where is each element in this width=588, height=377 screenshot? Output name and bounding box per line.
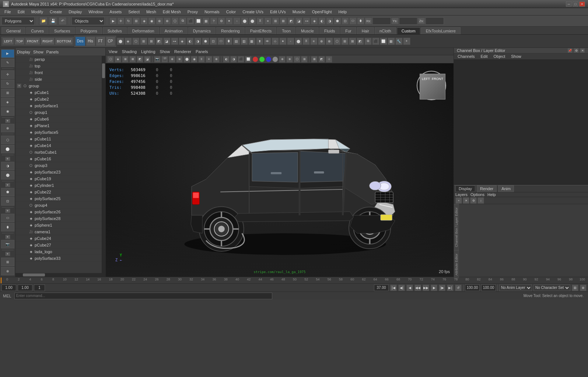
tool2-34[interactable]: ⬛	[372, 38, 379, 45]
tool2-5[interactable]: ⊠	[148, 38, 155, 45]
shelf-tab-ncloth[interactable]: nCloth	[375, 27, 396, 34]
layer-options-btn[interactable]: ⚙	[470, 197, 477, 204]
tool30[interactable]: ⬟	[334, 17, 341, 25]
tool31[interactable]: ⊡	[342, 17, 349, 25]
shelf-tab-painteffects[interactable]: PaintEffects	[245, 27, 277, 34]
tool21[interactable]: ≡	[264, 17, 272, 25]
tool2-17[interactable]: ▥	[241, 38, 248, 45]
menu-mesh[interactable]: Mesh	[143, 9, 159, 15]
tool2-1[interactable]: ⬤	[117, 38, 124, 45]
tab-edit[interactable]: Edit	[478, 53, 490, 59]
next-frame-btn[interactable]: ▶	[431, 285, 437, 291]
tool2-6[interactable]: ◩	[155, 38, 163, 45]
outliner-item[interactable]: ◈polySurface33	[15, 255, 102, 262]
tool7[interactable]: ⊕	[156, 17, 163, 25]
tool2-7[interactable]: ◪	[163, 38, 171, 45]
shelf-tab-hair[interactable]: Hair	[357, 27, 374, 34]
go-start-btn[interactable]: |◀	[390, 285, 397, 291]
rotate-btn[interactable]: ↻	[1, 80, 14, 88]
lighting-menu[interactable]: Lighting	[140, 49, 157, 54]
vp-icon3[interactable]: ⊞	[122, 56, 129, 63]
object-select[interactable]: Objects	[71, 17, 105, 25]
outliner-scrollbar-h[interactable]	[15, 273, 105, 277]
menu-proxy[interactable]: Proxy	[185, 9, 201, 15]
vp-icon6[interactable]: ◪	[144, 56, 151, 63]
outliner-item[interactable]: ◈polySurface26	[15, 209, 102, 215]
lasso-btn[interactable]: ⬡	[1, 136, 14, 144]
prev-key-btn[interactable]: ◀|	[398, 285, 405, 291]
vp-shading1[interactable]: ◐	[223, 56, 230, 63]
outliner-item[interactable]: ◈pCube6	[15, 116, 102, 122]
outliner-item[interactable]: ⬡nurbsCube1	[15, 149, 102, 156]
tool27[interactable]: ◈	[311, 17, 318, 25]
outliner-item[interactable]: ◈pCube19	[15, 175, 102, 182]
tool2-21[interactable]: ⊹	[272, 38, 279, 45]
menu-display[interactable]: Display	[66, 9, 85, 15]
play-fwd-btn[interactable]: ▶▶	[423, 285, 429, 291]
tool25[interactable]: ◪	[295, 17, 302, 25]
bc-extra2[interactable]: ⊗	[580, 285, 587, 291]
snap-tool[interactable]: 🔧	[395, 38, 403, 45]
outliner-item[interactable]: 🎥camera1	[15, 228, 102, 235]
vp-cam2[interactable]: 🎬	[161, 56, 168, 63]
shelf-tab-deformation[interactable]: Deformation	[127, 27, 159, 34]
maximize-button[interactable]: □	[573, 1, 578, 7]
menu-file[interactable]: File	[1, 9, 14, 15]
outliner-item[interactable]: ◈pCube14	[15, 142, 102, 149]
front-view-btn[interactable]: FRONT	[25, 38, 40, 45]
tool2-31[interactable]: ⊠	[349, 38, 356, 45]
vp-cam5[interactable]: ⬤	[183, 56, 190, 63]
vp-cam8[interactable]: ≡	[206, 56, 212, 63]
tool2-27[interactable]: ⊕	[318, 38, 325, 45]
tool34[interactable]: Xs:	[365, 17, 372, 25]
outliner-item[interactable]: ◈pPlane1	[15, 122, 102, 129]
tool2-23[interactable]: ◦	[287, 38, 294, 45]
tool2-26[interactable]: ≡	[310, 38, 318, 45]
shelf-tab-animation[interactable]: Animation	[160, 27, 188, 34]
vp-cam9[interactable]: ⊕	[213, 56, 220, 63]
tool2-20[interactable]: ⬲	[264, 38, 271, 45]
shelf-tab-rendering[interactable]: Rendering	[216, 27, 245, 34]
scroll-thumb-h[interactable]	[23, 273, 45, 276]
command-input[interactable]	[14, 293, 272, 299]
shelf-tab-general[interactable]: General	[1, 27, 25, 34]
scale-tool[interactable]: ⊞	[133, 17, 140, 25]
vp-shading3[interactable]: ⬛	[238, 56, 244, 63]
anim-layer-select[interactable]: No Anim Layer	[499, 285, 532, 291]
expand-btn4[interactable]: +	[5, 209, 10, 213]
dynamics-btn[interactable]: ⬭	[1, 214, 14, 222]
attribute-editor-vtab[interactable]: Attribute Editor	[454, 250, 459, 279]
menu-create-uvs[interactable]: Create UVs	[239, 9, 266, 15]
select-tool[interactable]: ▶	[109, 17, 117, 25]
render-btn[interactable]: ◑	[1, 162, 14, 170]
bottom-tool2[interactable]: ⊗	[1, 267, 14, 275]
tool2-33[interactable]: ⧉	[364, 38, 372, 45]
channel-box-vtab[interactable]: Channel Box / Layer Editor	[454, 204, 459, 250]
y-input[interactable]	[399, 17, 417, 25]
shelf-tab-fur[interactable]: Fur	[340, 27, 356, 34]
vp-icon1[interactable]: ⬡	[107, 56, 114, 63]
tool2-8[interactable]: ⊶	[171, 38, 178, 45]
shading-menu[interactable]: Shading	[120, 49, 138, 54]
expand-icon[interactable]: +	[17, 84, 21, 88]
vp-color2[interactable]	[259, 56, 265, 62]
tool2-25[interactable]: ⧖	[302, 38, 310, 45]
go-end-btn[interactable]: ▶|	[447, 285, 454, 291]
magnet-tool[interactable]: ⌖	[403, 38, 410, 45]
tool16[interactable]: ✦	[225, 17, 233, 25]
outliner-item[interactable]: 🎥top	[15, 63, 102, 69]
shelf-tab-muscle[interactable]: Muscle	[296, 27, 319, 34]
tab-show[interactable]: Show	[509, 53, 524, 59]
cloth-btn[interactable]: ⊡	[1, 197, 14, 206]
close-button[interactable]: ✕	[579, 1, 585, 7]
range-start-input[interactable]	[465, 285, 480, 291]
ch-pin-btn[interactable]: 📌	[567, 48, 573, 53]
tool23[interactable]: ⊠	[280, 17, 287, 25]
menu-edit[interactable]: Edit	[15, 9, 28, 15]
menu-muscle[interactable]: Muscle	[290, 9, 308, 15]
display-tab[interactable]: Display	[455, 185, 475, 192]
ipr-btn[interactable]: ⬤	[1, 171, 14, 179]
tool32[interactable]: ⬭	[349, 17, 357, 25]
vp-opt2[interactable]: ⊗	[286, 56, 293, 63]
shelf-tab-curves[interactable]: Curves	[26, 27, 49, 34]
